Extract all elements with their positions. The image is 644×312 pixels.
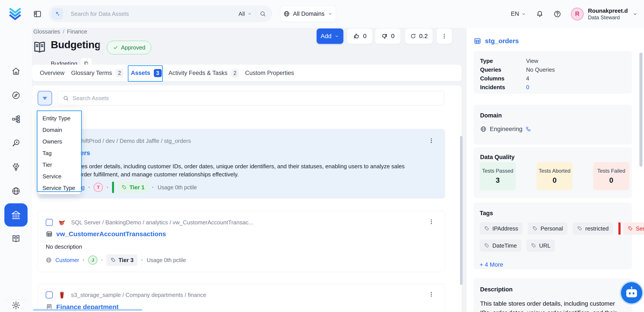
preview-data-quality-card: Data Quality Tests Passed 3 Tests Aborte… (474, 147, 632, 198)
incidents-link[interactable]: 0 (526, 84, 529, 91)
tabs-bar: Overview Glossary Terms 2 Assets 3 Activ… (32, 65, 462, 81)
tab-label: Activity Feeds & Tasks (168, 70, 228, 76)
filter-menu-item-owners[interactable]: Owners (38, 136, 81, 147)
filter-menu-item-tag[interactable]: Tag (38, 147, 81, 159)
breadcrumb-glossaries[interactable]: Glossaries (33, 28, 60, 35)
tab-assets[interactable]: Assets 3 (131, 65, 162, 81)
add-button[interactable]: Add (317, 29, 343, 44)
property-label: Type (480, 58, 526, 64)
owner-avatar[interactable]: J (88, 255, 98, 265)
help-icon[interactable] (554, 10, 561, 18)
filter-menu-item-entity-type[interactable]: Entity Type (38, 113, 81, 124)
filter-menu-item-service[interactable]: Service (38, 171, 81, 182)
filter-button[interactable] (38, 91, 52, 105)
asset-search[interactable] (57, 91, 444, 105)
asset-checkbox[interactable] (46, 291, 53, 298)
tag-datetime[interactable]: DateTime (480, 239, 521, 252)
asset-card-stg-orders[interactable]: redshiftProd / dev / Demo dbt Jaffle / s… (38, 129, 445, 199)
ai-sparkles-icon[interactable] (52, 9, 62, 19)
search-icon[interactable] (260, 11, 266, 17)
asset-menu-button[interactable] (427, 289, 436, 299)
filter-menu-item-tier[interactable]: Tier (38, 159, 81, 171)
tag-sensitive[interactable]: Sensitive (623, 222, 644, 235)
tier-badge[interactable]: Tier 3 (106, 254, 138, 266)
asset-breadcrumb: SQL Server / BankingDemo / analytics / v… (71, 219, 253, 226)
all-domains-button[interactable]: All Domains (280, 6, 336, 22)
sidebar-item-discover[interactable] (12, 138, 20, 148)
asset-menu-button[interactable] (427, 136, 436, 146)
sidebar-item-explore[interactable] (12, 91, 20, 100)
asset-preview-panel: stg_orders TypeView QueriesNo Queries Co… (466, 28, 644, 312)
tile-label: Tests Aborted (539, 168, 570, 174)
tag-icon (122, 185, 127, 190)
tab-label: Assets (131, 70, 150, 76)
subdomain-icon[interactable] (526, 126, 531, 132)
preview-title-link[interactable]: stg_orders (485, 37, 519, 45)
property-value: No Queries (526, 66, 555, 73)
sidebar-item-docs[interactable] (12, 234, 20, 243)
tab-count: 2 (231, 69, 239, 77)
property-label: Incidents (480, 84, 526, 91)
asset-card-vw-customer[interactable]: SQL Server / BankingDemo / analytics / v… (38, 211, 445, 272)
status-badge[interactable]: Approved (107, 41, 151, 54)
tag-ipaddress[interactable]: IPAddress (480, 222, 522, 235)
sidebar-toggle-icon[interactable] (33, 10, 42, 19)
add-label: Add (320, 33, 332, 40)
tag-icon (628, 226, 633, 231)
tag-icon (531, 243, 536, 248)
app-logo[interactable] (8, 6, 22, 20)
tag-url[interactable]: URL (526, 239, 555, 252)
tier-badge[interactable]: Tier 1 (118, 182, 148, 193)
asset-checkbox[interactable] (46, 219, 53, 226)
asset-domain-link[interactable]: Customer (55, 257, 79, 263)
more-tags-link[interactable]: + 4 More (480, 261, 632, 268)
assets-list-panel: redshiftProd / dev / Demo dbt Jaffle / s… (32, 85, 462, 312)
table-icon (474, 37, 482, 45)
filter-menu-item-service-type[interactable]: Service Type (38, 182, 81, 194)
main-scrollbar[interactable] (460, 136, 462, 285)
chevron-down-icon (247, 11, 252, 17)
like-count: 0 (363, 33, 366, 40)
notifications-icon[interactable] (536, 10, 544, 18)
horizontal-scrollbar[interactable] (33, 309, 142, 311)
asset-card-finance-department[interactable]: s3_storage_sample / Company departments … (38, 284, 445, 312)
user-menu[interactable]: R Rounakpreet.d Data Steward (571, 7, 638, 21)
filter-dropdown: Entity Type Domain Owners Tag Tier Servi… (38, 108, 81, 194)
chevron-down-icon (521, 12, 526, 17)
search-scope-select[interactable]: All (238, 11, 252, 17)
tier-propagation-bar (112, 182, 114, 193)
asset-menu-button[interactable] (427, 217, 436, 227)
score-button[interactable]: 0.2 (405, 29, 432, 44)
global-search[interactable]: All (48, 6, 272, 22)
sidebar-item-settings[interactable] (12, 300, 20, 310)
filter-menu-item-domain[interactable]: Domain (38, 124, 81, 136)
asset-title-link[interactable]: vw_CustomerAccountTransactions (56, 230, 166, 238)
more-actions-button[interactable] (436, 29, 452, 44)
globe-icon (284, 11, 290, 17)
domain-heading: Domain (480, 112, 632, 119)
tab-custom-properties[interactable]: Custom Properties (245, 65, 294, 81)
language-select[interactable]: EN (511, 11, 526, 17)
tab-overview[interactable]: Overview (40, 65, 64, 81)
panel-scrollbar[interactable] (640, 53, 642, 167)
sidebar-item-governance[interactable] (4, 203, 28, 227)
breadcrumb-finance[interactable]: Finance (67, 28, 87, 35)
sidebar-item-home[interactable] (12, 67, 20, 76)
tag-personal[interactable]: Personal (528, 222, 568, 235)
asset-search-input[interactable] (72, 95, 439, 102)
tab-glossary-terms[interactable]: Glossary Terms 2 (71, 65, 124, 81)
tile-label: Tests Passed (482, 168, 513, 174)
sidebar-item-web[interactable] (12, 187, 20, 196)
tab-activity-feeds[interactable]: Activity Feeds & Tasks 2 (168, 65, 239, 81)
tests-failed-tile: Tests Failed 0 (593, 162, 629, 190)
like-button[interactable]: 0 (347, 29, 372, 44)
chat-assistant-button[interactable] (621, 282, 642, 303)
owner-avatar[interactable]: T (94, 183, 103, 192)
sidebar-item-lineage[interactable] (12, 115, 20, 124)
dislike-button[interactable]: 0 (375, 29, 400, 44)
preview-domain-card: Domain Engineering (474, 105, 632, 145)
domain-value-link[interactable]: Engineering (490, 125, 522, 132)
sidebar-item-insights[interactable] (12, 163, 20, 172)
tag-restricted[interactable]: restricted (573, 222, 613, 235)
global-search-input[interactable] (71, 11, 234, 17)
